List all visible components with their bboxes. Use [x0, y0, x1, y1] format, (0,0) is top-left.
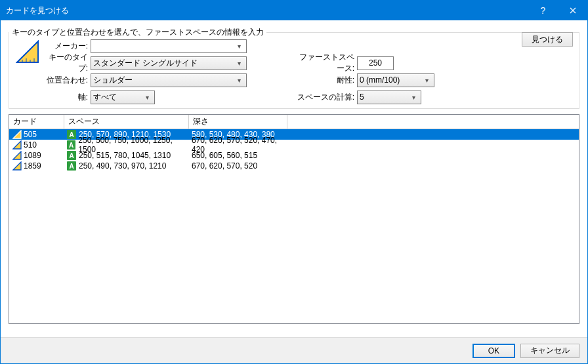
card-number: 1089: [24, 151, 41, 160]
key-type-combo[interactable]: スタンダード シングルサイド ▾: [91, 56, 247, 70]
a-badge: A: [67, 130, 76, 139]
card-icon: [12, 151, 22, 160]
axis-combo[interactable]: すべて ▾: [91, 91, 155, 104]
table-row[interactable]: 1859A250, 490, 730, 970, 1210670, 620, 5…: [9, 161, 579, 171]
a-badge: A: [67, 140, 75, 150]
results-table[interactable]: カード スペース 深さ 505A250, 570, 890, 1210, 153…: [9, 114, 579, 324]
ok-button[interactable]: OK: [472, 344, 515, 358]
space-calc-combo[interactable]: 5 ▾: [357, 91, 421, 104]
close-icon: [570, 7, 576, 14]
space-values: 250, 515, 780, 1045, 1310: [79, 151, 171, 160]
search-criteria-group: キーのタイプと位置合わせを選んで、ファーストスペースの情報を入力 メーカー:: [9, 32, 579, 109]
table-row[interactable]: 1089A250, 515, 780, 1045, 1310650, 605, …: [9, 150, 579, 161]
key-type-label: キーのタイプ:: [46, 52, 88, 74]
titlebar: カードを見つける ?: [1, 1, 587, 20]
table-row[interactable]: 510A250, 500, 750, 1000, 1250, 1500670, …: [9, 140, 579, 150]
a-badge: A: [67, 151, 76, 160]
close-button[interactable]: [558, 1, 587, 20]
chevron-down-icon: ▾: [234, 43, 244, 50]
card-number: 510: [24, 140, 37, 150]
key-ruler-icon: [16, 40, 39, 64]
svg-marker-0: [17, 41, 38, 62]
space-values: 250, 490, 730, 970, 1210: [79, 161, 166, 171]
first-space-label: ファーストスペース:: [293, 52, 354, 74]
alignment-label: 位置合わせ:: [46, 75, 88, 86]
first-space-input[interactable]: 250: [357, 56, 394, 70]
card-icon: [12, 161, 22, 171]
table-header: カード スペース 深さ: [9, 115, 579, 129]
depth-values: 670, 620, 570, 520: [192, 161, 257, 171]
window-title: カードを見つける: [6, 5, 528, 16]
axis-label: 軸:: [46, 92, 88, 103]
space-calc-label: スペースの計算:: [293, 92, 354, 103]
svg-marker-6: [13, 141, 21, 149]
chevron-down-icon: ▾: [142, 94, 152, 101]
tolerance-combo[interactable]: 0 (mm/100) ▾: [357, 73, 434, 87]
svg-marker-7: [13, 152, 21, 159]
a-badge: A: [67, 161, 76, 171]
help-button[interactable]: ?: [528, 1, 558, 20]
group-title: キーのタイプと位置合わせを選んで、ファーストスペースの情報を入力: [9, 27, 266, 38]
tolerance-label: 耐性:: [293, 75, 354, 86]
alignment-combo[interactable]: ショルダー ▾: [91, 73, 247, 87]
column-card[interactable]: カード: [9, 115, 64, 129]
card-number: 505: [24, 130, 37, 139]
find-button[interactable]: 見つける: [522, 32, 573, 47]
column-depth[interactable]: 深さ: [189, 115, 287, 129]
chevron-down-icon: ▾: [408, 94, 419, 101]
cancel-button[interactable]: キャンセル: [520, 344, 579, 358]
svg-marker-5: [13, 131, 21, 138]
depth-values: 650, 605, 560, 515: [192, 151, 257, 160]
card-icon: [12, 140, 22, 150]
maker-label: メーカー:: [46, 41, 88, 52]
column-space[interactable]: スペース: [64, 115, 189, 129]
card-icon: [12, 130, 22, 139]
dialog-footer: OK キャンセル: [1, 337, 587, 363]
svg-marker-8: [13, 162, 21, 170]
maker-combo[interactable]: ▾: [91, 39, 247, 53]
chevron-down-icon: ▾: [421, 77, 432, 84]
column-blank[interactable]: [287, 115, 387, 129]
chevron-down-icon: ▾: [234, 77, 244, 84]
chevron-down-icon: ▾: [234, 60, 244, 67]
card-number: 1859: [24, 161, 41, 171]
